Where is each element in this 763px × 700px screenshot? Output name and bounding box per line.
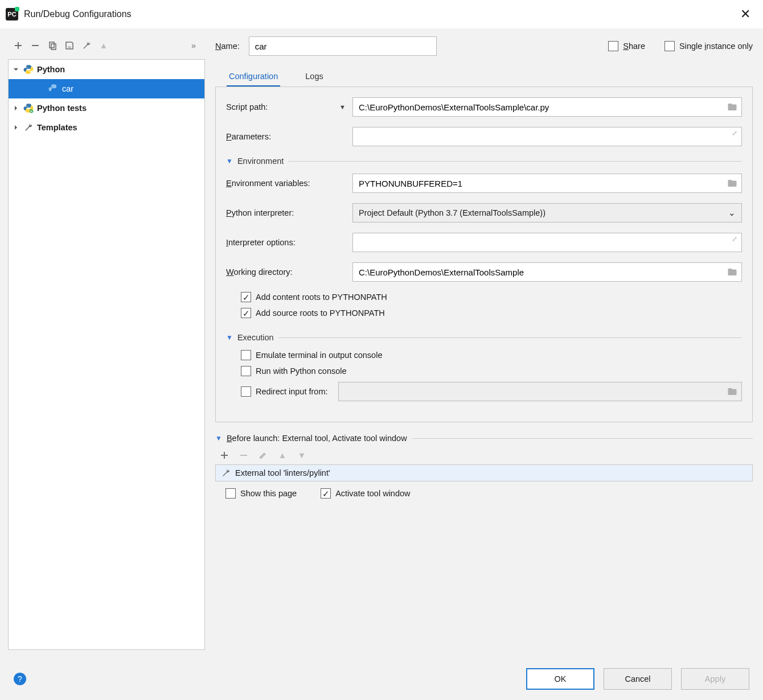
tree-label: Python xyxy=(37,65,65,74)
folder-icon[interactable] xyxy=(727,102,737,112)
tree-node-python-tests[interactable]: Python tests xyxy=(9,98,204,118)
tree-node-templates[interactable]: Templates xyxy=(9,118,204,137)
help-button[interactable]: ? xyxy=(14,673,26,685)
before-launch-list[interactable]: External tool 'linters/pylint' xyxy=(215,464,753,481)
caret-down-icon xyxy=(12,67,20,72)
before-launch-toolbar: ▲ ▼ xyxy=(215,446,753,464)
tree-label: car xyxy=(62,84,73,93)
chevron-down-icon: ⌄ xyxy=(728,208,736,217)
caret-right-icon xyxy=(12,105,20,111)
tree-label: Templates xyxy=(37,123,77,132)
emulate-terminal-checkbox[interactable]: Emulate terminal in output console xyxy=(241,350,382,360)
python-console-checkbox[interactable]: Run with Python console xyxy=(241,366,347,376)
cancel-button[interactable]: Cancel xyxy=(604,668,672,690)
svg-rect-3 xyxy=(68,46,71,48)
parameters-label: Parameters: xyxy=(226,132,346,141)
interpreter-label: Python interpreter: xyxy=(226,208,346,217)
bl-edit-button[interactable] xyxy=(255,448,271,462)
python-icon xyxy=(23,64,34,75)
add-source-roots-checkbox[interactable]: Add source roots to PYTHONPATH xyxy=(241,308,385,318)
interp-opts-input[interactable] xyxy=(352,233,742,252)
tool-icon xyxy=(221,468,231,477)
share-checkbox[interactable]: Share xyxy=(608,41,645,51)
move-up-button[interactable]: ▲ xyxy=(96,39,112,52)
tree-node-car[interactable]: car xyxy=(9,79,204,98)
triangle-down-icon: ▼ xyxy=(226,157,233,165)
activate-tool-window-checkbox[interactable]: Activate tool window xyxy=(321,488,410,499)
chevron-down-icon: ▼ xyxy=(339,104,346,110)
close-icon[interactable]: ✕ xyxy=(736,5,755,24)
edit-defaults-button[interactable] xyxy=(79,39,95,52)
save-config-button[interactable] xyxy=(61,39,77,52)
tree-node-python[interactable]: Python xyxy=(9,60,204,79)
svg-rect-0 xyxy=(32,45,39,46)
remove-config-button[interactable] xyxy=(27,39,43,52)
parameters-input[interactable] xyxy=(352,127,742,146)
left-pane: ▲ » Python xyxy=(0,28,205,658)
interp-opts-label: Interpreter options: xyxy=(226,238,346,247)
expand-icon[interactable]: ⤢ xyxy=(732,235,737,243)
wrench-icon xyxy=(23,122,34,133)
redirect-input-checkbox[interactable]: Redirect input from: xyxy=(241,386,328,397)
browse-icon[interactable] xyxy=(727,178,737,188)
workdir-input[interactable] xyxy=(352,262,742,282)
name-input[interactable] xyxy=(249,36,437,56)
window-title: Run/Debug Configurations xyxy=(24,9,132,19)
python-icon xyxy=(48,84,59,94)
tree-toolbar: ▲ » xyxy=(8,36,205,59)
single-instance-checkbox[interactable]: Single instance only xyxy=(664,41,753,51)
name-label: Name: xyxy=(215,42,240,51)
environment-section-header[interactable]: ▼ Environment xyxy=(226,157,742,166)
bl-up-button[interactable]: ▲ xyxy=(274,448,290,462)
folder-icon xyxy=(727,386,737,397)
script-path-label-dropdown[interactable]: Script path: ▼ xyxy=(226,102,346,112)
ok-button[interactable]: OK xyxy=(526,668,594,690)
copy-config-button[interactable] xyxy=(44,39,60,52)
config-tree[interactable]: Python car xyxy=(8,59,205,650)
workdir-label: Working directory: xyxy=(226,267,346,277)
redirect-input-field xyxy=(338,382,742,401)
env-vars-input[interactable] xyxy=(352,174,742,193)
execution-section-header[interactable]: ▼ Execution xyxy=(226,333,742,342)
show-page-checkbox[interactable]: Show this page xyxy=(225,488,297,499)
script-path-input[interactable] xyxy=(352,97,742,117)
folder-icon[interactable] xyxy=(727,267,737,277)
triangle-down-icon: ▼ xyxy=(226,333,233,341)
before-launch-section: ▼ Before launch: External tool, Activate… xyxy=(215,434,753,499)
svg-rect-5 xyxy=(240,455,247,456)
before-launch-header[interactable]: ▼ Before launch: External tool, Activate… xyxy=(215,434,753,443)
tab-logs[interactable]: Logs xyxy=(303,67,325,87)
apply-button[interactable]: Apply xyxy=(681,668,749,690)
add-config-button[interactable] xyxy=(10,39,26,52)
env-vars-label: Environment variables: xyxy=(226,179,346,188)
triangle-down-icon: ▼ xyxy=(215,434,222,442)
app-icon: PC xyxy=(6,8,18,20)
bottom-bar: ? OK Cancel Apply xyxy=(0,658,763,700)
caret-right-icon xyxy=(12,125,20,130)
svg-rect-1 xyxy=(50,42,54,48)
bl-remove-button[interactable] xyxy=(236,448,252,462)
interpreter-select[interactable]: Project Default (Python 3.7 (ExternalToo… xyxy=(352,203,742,223)
tab-configuration[interactable]: Configuration xyxy=(227,67,280,87)
right-pane: Name: Share Single instance only Configu… xyxy=(205,28,763,658)
titlebar: PC Run/Debug Configurations ✕ xyxy=(0,0,763,28)
bl-down-button[interactable]: ▼ xyxy=(294,448,310,462)
before-launch-item[interactable]: External tool 'linters/pylint' xyxy=(216,465,752,481)
python-tests-icon xyxy=(23,103,34,113)
configuration-panel: Script path: ▼ Parameters: xyxy=(215,87,753,422)
tabs: Configuration Logs xyxy=(215,65,753,87)
expand-icon[interactable]: ⤢ xyxy=(732,129,737,137)
expand-chevrons-icon[interactable]: » xyxy=(186,39,202,52)
add-content-roots-checkbox[interactable]: Add content roots to PYTHONPATH xyxy=(241,292,387,302)
svg-rect-2 xyxy=(51,44,56,50)
before-launch-item-label: External tool 'linters/pylint' xyxy=(235,468,330,477)
tree-label: Python tests xyxy=(37,104,87,113)
bl-add-button[interactable] xyxy=(216,448,232,462)
